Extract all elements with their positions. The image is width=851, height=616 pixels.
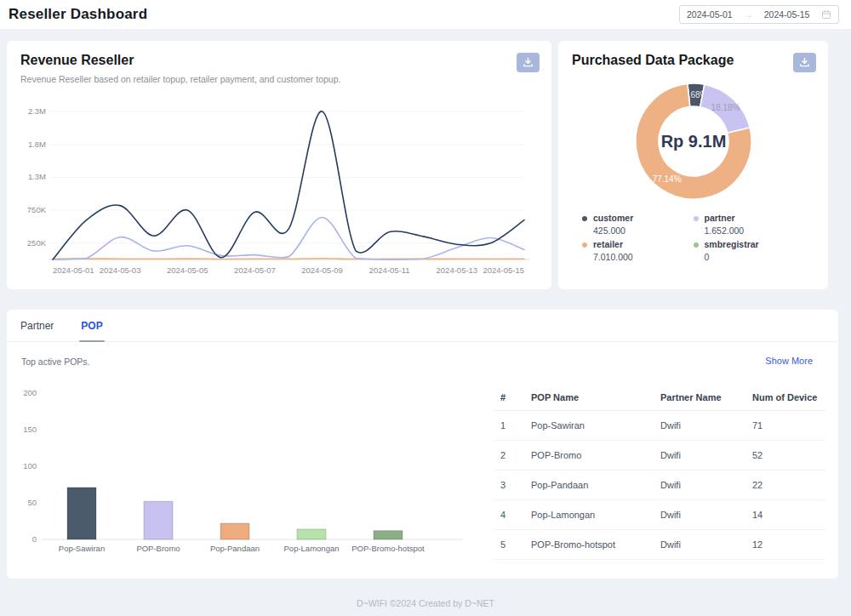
purchased-data-package-card: Purchased Data Package 4.68%18.18%77.14%… [558,41,828,289]
table-row: 2POP-BromoDwifi52 [494,441,825,471]
table-cell: 14 [745,500,825,530]
svg-text:2024-05-13: 2024-05-13 [437,265,478,275]
download-button[interactable] [793,53,816,72]
svg-text:0: 0 [32,534,37,544]
legend-item-customer: customer 425.000 [582,213,694,237]
date-range-picker[interactable]: 2024-05-01 → 2024-05-15 [679,5,839,24]
table-cell: 71 [745,411,825,441]
table-cell: Dwifi [654,500,745,530]
svg-text:2024-05-11: 2024-05-11 [369,265,410,275]
package-card-title: Purchased Data Package [572,53,814,68]
tab-partner[interactable]: Partner [20,310,54,341]
table-cell: Dwifi [654,530,745,560]
svg-text:2024-05-07: 2024-05-07 [234,265,276,275]
table-cell: 3 [494,471,524,500]
svg-text:77.14%: 77.14% [652,174,681,184]
svg-text:POP-Bromo: POP-Bromo [136,544,180,553]
svg-text:750K: 750K [27,205,47,214]
svg-text:250K: 250K [27,238,47,248]
svg-text:100: 100 [23,461,37,471]
svg-text:Rp 9.1M: Rp 9.1M [660,132,726,151]
table-row: 5POP-Bromo-hotspotDwifi12 [494,530,825,560]
download-icon [523,57,534,68]
table-cell: Pop-Pandaan [524,471,654,500]
table-cell: 5 [494,530,524,560]
svg-text:50: 50 [27,498,37,507]
page-title: Reseller Dashboard [9,6,147,23]
pops-card: Partner POP Top active POPs. Show More 0… [7,310,838,579]
top-active-pops-caption: Top active POPs. [21,356,90,367]
svg-text:2024-05-09: 2024-05-09 [301,265,343,275]
revenue-reseller-card: Revenue Reseller Revenue Reseller based … [7,41,551,289]
legend-item-smbregistrar: smbregistrar 0 [694,239,805,263]
top-bar: Reseller Dashboard 2024-05-01 → 2024-05-… [0,0,851,29]
svg-text:Pop-Lamongan: Pop-Lamongan [284,544,340,553]
table-row: 1Pop-SawiranDwifi71 [494,411,825,441]
date-range-separator-icon: → [744,10,752,20]
package-legend: customer 425.000 partner 1.652.000 retai… [572,211,814,263]
revenue-card-title: Revenue Reseller [20,53,538,68]
pop-table: # POP Name Partner Name Num of Device 1P… [494,385,825,560]
svg-text:Pop-Sawiran: Pop-Sawiran [59,544,105,553]
svg-text:2024-05-05: 2024-05-05 [167,265,208,275]
legend-dot-retailer [582,242,587,248]
table-cell: Dwifi [654,471,745,500]
table-row: 4Pop-LamonganDwifi14 [494,500,825,530]
download-icon [799,57,810,68]
legend-dot-smbregistrar [694,242,699,248]
svg-text:2.3M: 2.3M [28,106,46,116]
column-header-pop-name: POP Name [524,385,654,411]
table-cell: Pop-Sawiran [524,411,654,441]
download-button[interactable] [517,53,540,72]
table-header-row: # POP Name Partner Name Num of Device [494,385,825,411]
table-cell: 2 [494,441,524,471]
legend-item-partner: partner 1.652.000 [694,213,805,237]
svg-text:150: 150 [23,425,37,434]
svg-text:2024-05-03: 2024-05-03 [100,265,141,275]
svg-text:POP-Bromo-hotspot: POP-Bromo-hotspot [351,544,425,553]
revenue-card-subtitle: Revenue Reseller based on retailer topup… [20,74,538,84]
table-cell: Dwifi [654,411,745,441]
legend-dot-customer [582,216,587,221]
revenue-line-chart: 250K750K1.3M1.8M2.3M2024-05-012024-05-03… [14,94,534,280]
date-range-start[interactable]: 2024-05-01 [687,9,733,20]
tab-pop[interactable]: POP [81,310,102,341]
svg-text:Pop-Pandaan: Pop-Pandaan [210,544,260,553]
svg-text:2024-05-01: 2024-05-01 [53,265,94,275]
calendar-icon [821,9,831,20]
show-more-link[interactable]: Show More [765,356,813,366]
svg-text:1.8M: 1.8M [28,140,46,149]
tabs-bar: Partner POP [7,310,838,342]
table-cell: 12 [745,530,825,560]
column-header-num-of-device: Num of Device [745,385,825,411]
table-cell: 4 [494,500,524,530]
svg-text:18.18%: 18.18% [711,103,740,112]
table-cell: 52 [745,441,825,471]
column-header-index: # [494,385,524,411]
legend-item-retailer: retailer 7.010.000 [582,239,694,263]
package-donut-chart: 4.68%18.18%77.14%Rp 9.1M [572,75,814,211]
table-cell: POP-Bromo [524,441,654,471]
legend-dot-partner [694,216,699,221]
table-row: 3Pop-PandaanDwifi22 [494,471,825,500]
table-cell: Pop-Lamongan [524,500,654,530]
table-cell: POP-Bromo-hotspot [524,530,654,560]
table-cell: Dwifi [654,441,745,471]
svg-text:200: 200 [23,388,37,397]
table-cell: 22 [745,471,825,500]
table-cell: 1 [494,411,524,441]
svg-text:1.3M: 1.3M [28,172,46,181]
svg-text:2024-05-15: 2024-05-15 [483,265,524,275]
top-pops-bar-chart: 050100150200Pop-SawiranPOP-BromoPop-Pand… [14,376,480,573]
column-header-partner-name: Partner Name [654,385,745,411]
date-range-end[interactable]: 2024-05-15 [764,9,810,20]
footer-text: D~WIFI ©2024 Created by D~NET [0,598,851,608]
